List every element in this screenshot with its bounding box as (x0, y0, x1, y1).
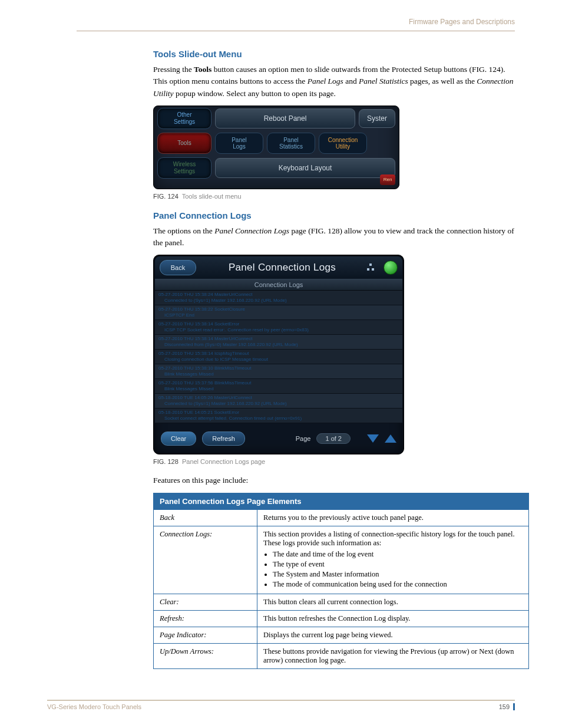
other-settings-button[interactable]: Other Settings (157, 108, 211, 129)
clear-button[interactable]: Clear (161, 431, 196, 446)
fignum: FIG. 128 (153, 458, 178, 465)
text-italic: Panel Connection Logs (214, 226, 289, 235)
table-cell-desc: This section provides a listing of conne… (257, 526, 529, 594)
text: popup window. Select any button to open … (174, 89, 336, 98)
table-cell-label: Up/Down Arrows: (154, 643, 257, 668)
table-row: Connection Logs: This section provides a… (154, 526, 529, 594)
log-line2: Connected to (Sys=1) Master 192.168.220.… (158, 298, 399, 304)
log-line2: Blink Messages Missed (158, 371, 399, 377)
table-cell-label: Back (154, 509, 257, 526)
features-intro: Features on this page include: (153, 475, 515, 486)
page-label: Page (296, 435, 311, 442)
titlebar: Back Panel Connection Logs (155, 256, 402, 279)
connection-logs-header: Connection Logs (155, 279, 402, 291)
system-button[interactable]: Syster (359, 109, 395, 128)
table-cell-desc: Displays the current log page being view… (257, 627, 529, 643)
reboot-panel-button[interactable]: Reboot Panel (215, 108, 355, 129)
text: pages, as well as the (408, 77, 477, 85)
log-entry: 05-27-2010 THU 15:37:56 BlinkMissTimeout… (155, 379, 402, 394)
log-list: 05-27-2010 THU 15:38:24 MasterUrlConnect… (155, 291, 402, 423)
table-cell-label: Refresh: (154, 610, 257, 627)
fignum: FIG. 124 (153, 193, 178, 200)
log-footer: Clear Refresh Page 1 of 2 (155, 423, 402, 453)
keyboard-layout-button[interactable]: Keyboard Layout (215, 158, 395, 178)
status-indicator (384, 261, 398, 275)
table-cell-desc: This button clears all current connectio… (257, 594, 529, 610)
log-line2: Closing connection due to ICSP Message t… (158, 357, 399, 363)
panel-statistics-button[interactable]: Panel Statistics (267, 133, 315, 154)
log-line1: 05-27-2010 THU 15:38:22 SocketClosure (158, 307, 245, 312)
network-icon (368, 263, 378, 272)
list-item: The System and Master information (273, 570, 523, 579)
log-entry: 05-27-2010 THU 15:38:14 IcspMsgTimeoutCl… (155, 350, 402, 364)
text-italic: Panel Logs (308, 77, 343, 85)
table-row: Clear: This button clears all current co… (154, 594, 529, 610)
log-line1: 05-27-2010 THU 15:37:56 BlinkMissTimeout (158, 380, 251, 386)
desc-list: The date and time of the log event The t… (273, 550, 523, 589)
table-cell-desc: This button refreshes the Connection Log… (257, 610, 529, 627)
table-cell-label: Page Indicator: (154, 627, 257, 643)
log-line2: ICSPTCP End (158, 312, 399, 318)
section-heading-pcl: Panel Connection Logs (153, 210, 515, 220)
page-indicator: 1 of 2 (316, 433, 351, 444)
figure2-caption: FIG. 128 Panel Connection Logs page (153, 458, 515, 465)
text: Pressing the (153, 65, 194, 74)
table-cell-desc: Returns you to the previously active tou… (257, 509, 529, 526)
log-entry: 05-18-2010 TUE 14:05:21 SocketErrorSocke… (155, 409, 402, 423)
connection-utility-button[interactable]: Connection Utility (319, 133, 367, 154)
rem-badge: Ren (380, 174, 395, 185)
text-italic: Panel Statistics (359, 77, 408, 85)
desc-text: This section provides a listing of conne… (263, 530, 515, 547)
section1-paragraph: Pressing the Tools button causes an opti… (153, 64, 515, 100)
text: and (343, 77, 359, 85)
tools-button[interactable]: Tools (157, 133, 211, 154)
footer-title: VG-Series Modero Touch Panels (47, 703, 141, 710)
figcap-text: Tools slide-out menu (182, 193, 242, 200)
figcap-text: Panel Connection Logs page (182, 458, 265, 465)
table-row: Up/Down Arrows: These buttons provide na… (154, 643, 529, 668)
log-line1: 05-18-2010 TUE 14:05:21 SocketError (158, 410, 239, 415)
log-line2: ICSP TCP Socket read error:. Connection … (158, 327, 399, 333)
section-heading-tools: Tools Slide-out Menu (153, 49, 515, 59)
log-entry: 05-18-2010 TUE 14:05:26 MasterUrlConnect… (155, 394, 402, 409)
log-line2: Disconnected from (Sys=0) Master 192.168… (158, 342, 399, 348)
table-row: Page Indicator: Displays the current log… (154, 627, 529, 643)
table-title: Panel Connection Logs Page Elements (154, 493, 529, 509)
text-bold: Tools (194, 65, 211, 74)
log-line1: 05-27-2010 THU 15:38:14 SocketError (158, 321, 239, 327)
log-entry: 05-27-2010 THU 15:38:14 SocketErrorICSP … (155, 320, 402, 335)
log-entry: 05-27-2010 THU 15:38:22 SocketClosureICS… (155, 305, 402, 320)
list-item: The date and time of the log event (273, 550, 523, 559)
table-cell-desc: These buttons provide navigation for vie… (257, 643, 529, 668)
log-entry: 05-27-2010 THU 15:38:10 BlinkMissTimeout… (155, 364, 402, 379)
page-down-arrow-icon[interactable] (367, 434, 379, 443)
log-line2: Socket connect attempt failed. Connectio… (158, 416, 399, 421)
log-line1: 05-18-2010 TUE 14:05:26 MasterUrlConnect (158, 395, 252, 400)
refresh-button[interactable]: Refresh (202, 431, 245, 446)
panel-logs-button[interactable]: Panel Logs (215, 133, 263, 154)
log-line2: Blink Messages Missed (158, 386, 399, 392)
table-row: Refresh: This button refreshes the Conne… (154, 610, 529, 627)
breadcrumb: Firmware Pages and Descriptions (77, 18, 515, 26)
table-row: Back Returns you to the previously activ… (154, 509, 529, 526)
list-item: The type of event (273, 560, 523, 569)
elements-table: Panel Connection Logs Page Elements Back… (153, 493, 529, 669)
wireless-settings-button[interactable]: Wireless Settings (157, 157, 211, 179)
figure-panel-connection-logs: Back Panel Connection Logs Connection Lo… (153, 255, 404, 454)
table-cell-label: Clear: (154, 594, 257, 610)
page-up-arrow-icon[interactable] (385, 434, 396, 443)
panel-title: Panel Connection Logs (202, 262, 362, 274)
back-button[interactable]: Back (160, 260, 196, 275)
page-footer: VG-Series Modero Touch Panels 159 (47, 700, 515, 710)
text: The options on the (153, 226, 214, 235)
log-line2: Connected to (Sys=1) Master 192.168.220.… (158, 401, 399, 407)
header-rule (77, 31, 515, 31)
log-line1: 05-27-2010 THU 15:38:10 BlinkMissTimeout (158, 365, 251, 371)
table-cell-label: Connection Logs: (154, 526, 257, 594)
log-entry: 05-27-2010 THU 15:38:24 MasterUrlConnect… (155, 291, 402, 305)
log-line1: 05-27-2010 THU 15:38:14 MasterUrlConnect (158, 336, 253, 341)
log-entry: 05-27-2010 THU 15:38:14 MasterUrlConnect… (155, 335, 402, 350)
figure-tools-slideout: Other Settings Reboot Panel Syster Tools… (153, 106, 399, 189)
log-line1: 05-27-2010 THU 15:38:14 IcspMsgTimeout (158, 351, 249, 356)
log-line1: 05-27-2010 THU 15:38:24 MasterUrlConnect (158, 292, 253, 297)
